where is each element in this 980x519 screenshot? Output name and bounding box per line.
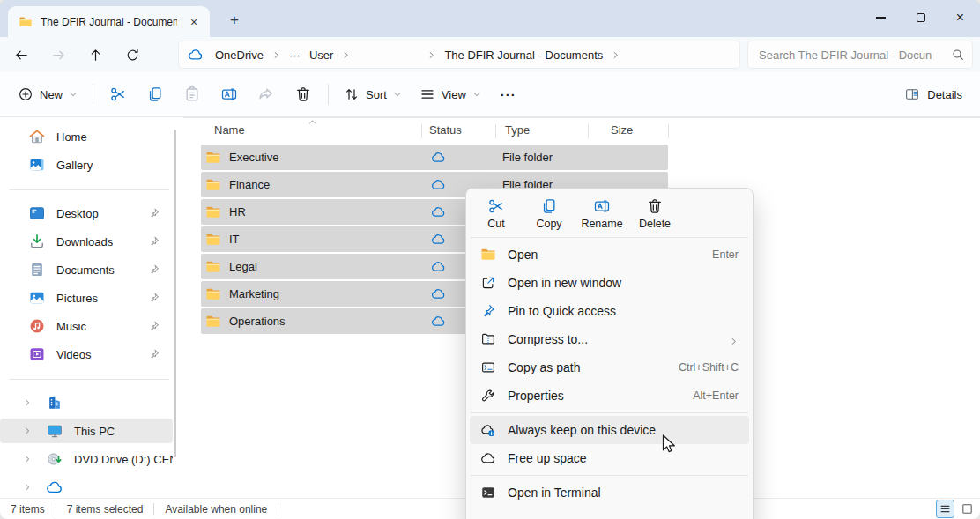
column-divider[interactable] bbox=[495, 124, 496, 138]
context-menu-item[interactable]: Copy as path Ctrl+Shift+C bbox=[470, 353, 749, 382]
sidebar-tree-item[interactable] bbox=[0, 390, 173, 415]
toolbar-action-button[interactable] bbox=[248, 78, 285, 110]
quick-action-button[interactable]: Cut bbox=[471, 192, 521, 234]
sidebar-tree-item[interactable]: This PC bbox=[0, 419, 173, 443]
breadcrumb-overflow[interactable]: ··· bbox=[285, 47, 305, 63]
column-header-status[interactable]: Status bbox=[429, 123, 462, 137]
breadcrumb[interactable]: OneDrive ··· User The DFIR Journal - Doc… bbox=[178, 41, 740, 69]
back-button[interactable] bbox=[5, 41, 37, 69]
share-icon bbox=[257, 85, 275, 103]
context-menu-item[interactable]: Compress to... bbox=[470, 325, 749, 353]
videos-icon bbox=[28, 345, 46, 363]
toolbar-action-button[interactable] bbox=[285, 78, 322, 110]
column-divider[interactable] bbox=[668, 124, 669, 138]
quick-action-button[interactable]: Copy bbox=[524, 192, 574, 234]
search-input[interactable] bbox=[759, 48, 951, 62]
view-button[interactable]: View bbox=[411, 78, 490, 110]
status-text: Available when online bbox=[165, 503, 267, 515]
context-menu-item[interactable]: Pin to Quick access bbox=[470, 297, 749, 325]
view-toggles bbox=[936, 500, 976, 518]
chevron-right-icon[interactable] bbox=[341, 50, 351, 60]
copy-icon bbox=[540, 197, 558, 215]
toolbar-divider bbox=[328, 84, 329, 105]
maximize-button[interactable] bbox=[901, 0, 940, 35]
expand-chevron-icon[interactable] bbox=[23, 455, 32, 463]
column-divider[interactable] bbox=[421, 124, 422, 138]
up-button[interactable] bbox=[79, 41, 111, 69]
terminal-icon bbox=[480, 485, 496, 500]
context-menu-item[interactable]: Open in new window bbox=[470, 269, 749, 297]
quick-action-button[interactable]: Rename bbox=[577, 192, 627, 234]
sidebar-item[interactable]: Home bbox=[0, 124, 173, 149]
details-pane-button[interactable]: Details bbox=[897, 78, 969, 110]
breadcrumb-root[interactable]: OneDrive bbox=[211, 47, 268, 63]
toolbar-action-button[interactable] bbox=[137, 78, 174, 110]
maximize-icon bbox=[917, 13, 925, 22]
dvd-icon bbox=[46, 450, 63, 468]
cloud-keep-icon bbox=[480, 422, 496, 438]
context-menu-item[interactable]: Properties Alt+Enter bbox=[470, 382, 749, 410]
sidebar-item[interactable]: Pictures bbox=[0, 285, 173, 310]
menu-separator bbox=[471, 412, 748, 413]
chevron-right-icon[interactable] bbox=[427, 50, 436, 60]
quick-action-button[interactable]: Delete bbox=[630, 192, 679, 234]
close-button[interactable]: × bbox=[940, 0, 980, 35]
sidebar-tree-item[interactable]: DVD Drive (D:) CENA_X64F bbox=[0, 447, 173, 471]
expand-chevron-icon[interactable] bbox=[23, 483, 32, 492]
toolbar-action-button[interactable] bbox=[211, 78, 248, 110]
breadcrumb-parent[interactable]: User bbox=[305, 47, 338, 63]
home-icon bbox=[28, 128, 46, 145]
cloud-blue-icon bbox=[431, 177, 446, 192]
desktop-icon bbox=[28, 204, 46, 222]
sidebar-item[interactable]: Documents bbox=[0, 257, 173, 282]
tab-close-icon[interactable]: × bbox=[185, 13, 203, 31]
context-menu-item[interactable]: Open Enter bbox=[470, 241, 749, 269]
toolbar-action-button[interactable] bbox=[100, 78, 137, 110]
minimize-button[interactable] bbox=[861, 0, 901, 35]
new-button[interactable]: New bbox=[9, 78, 86, 110]
context-menu-item[interactable]: Always keep on this device bbox=[470, 416, 749, 444]
search-box[interactable] bbox=[747, 41, 973, 69]
sidebar-item[interactable]: Music bbox=[0, 314, 173, 338]
expand-chevron-icon[interactable] bbox=[23, 426, 32, 435]
column-divider[interactable] bbox=[588, 124, 589, 138]
details-view-icon bbox=[939, 502, 952, 515]
cloud-blue-icon bbox=[431, 286, 446, 301]
context-menu-item[interactable]: Open in Terminal bbox=[470, 478, 749, 507]
sidebar-item-label: DVD Drive (D:) CENA_X64F bbox=[74, 453, 173, 466]
file-name: Marketing bbox=[229, 287, 279, 300]
copy-path-icon bbox=[480, 360, 496, 375]
file-row[interactable]: Executive File folder bbox=[201, 145, 668, 170]
sidebar-item[interactable]: Downloads bbox=[0, 229, 173, 254]
details-view-toggle[interactable] bbox=[936, 500, 954, 518]
column-header-type[interactable]: Type bbox=[505, 123, 530, 137]
folder-icon bbox=[205, 259, 221, 275]
menu-item-label: Always keep on this device bbox=[508, 423, 727, 437]
expand-chevron-icon[interactable] bbox=[23, 398, 32, 407]
sort-button[interactable]: Sort bbox=[335, 78, 411, 110]
thumbnail-view-icon bbox=[961, 502, 974, 515]
column-header-name[interactable]: Name bbox=[214, 123, 245, 137]
chevron-right-icon[interactable] bbox=[271, 50, 281, 60]
sidebar-item[interactable]: Videos bbox=[0, 342, 173, 367]
new-tab-button[interactable]: + bbox=[224, 10, 245, 31]
column-header-size[interactable]: Size bbox=[611, 123, 633, 137]
toolbar-action-button[interactable] bbox=[174, 78, 211, 110]
up-icon bbox=[88, 48, 103, 63]
explorer-tab[interactable]: The DFIR Journal - Documents × bbox=[8, 6, 210, 37]
forward-button[interactable] bbox=[42, 41, 74, 69]
pictures-icon bbox=[28, 289, 46, 307]
sidebar-scrollbar[interactable] bbox=[174, 130, 176, 457]
breadcrumb-current[interactable]: The DFIR Journal - Documents bbox=[440, 47, 607, 63]
sidebar-item[interactable]: Gallery bbox=[0, 152, 173, 177]
sidebar-item[interactable]: Desktop bbox=[0, 201, 173, 226]
trash-icon bbox=[646, 197, 664, 215]
chevron-right-icon[interactable] bbox=[611, 50, 620, 60]
more-options-button[interactable]: ··· bbox=[490, 87, 527, 102]
thumbnail-view-toggle[interactable] bbox=[958, 500, 976, 518]
context-menu-item[interactable]: Free up space bbox=[470, 444, 749, 472]
file-type: File folder bbox=[502, 151, 553, 164]
refresh-button[interactable] bbox=[116, 41, 148, 69]
folder-icon bbox=[480, 247, 496, 263]
sidebar-tree-item[interactable] bbox=[0, 475, 173, 498]
